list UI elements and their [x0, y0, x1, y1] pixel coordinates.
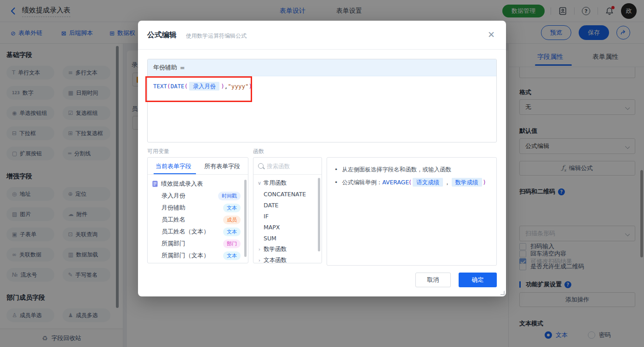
close-icon[interactable]: ✕ — [486, 29, 497, 40]
function-item[interactable]: SUM — [253, 233, 322, 244]
modal-subtitle: 使用数学运算符编辑公式 — [186, 32, 247, 40]
chevron-expanded-icon: ∨ — [256, 180, 263, 186]
tip-line-2: •公式编辑举例：AVERAGE(语文成绩，数学成绩) — [334, 178, 489, 187]
variables-scrollbar[interactable] — [244, 180, 247, 257]
active-tab-underline — [154, 173, 196, 174]
function-item[interactable]: MAPX — [253, 222, 322, 233]
formula-edit-modal: 公式编辑 使用数学运算符编辑公式 ✕ 年份辅助 = TEXT(DATE(录入月份… — [138, 21, 506, 296]
type-badge: 部门 — [223, 239, 241, 248]
string-literal: "yyyy" — [228, 83, 248, 90]
variables-label: 可用变量 — [147, 148, 169, 155]
modal-title: 公式编辑 — [147, 30, 177, 40]
function-item[interactable]: IF — [253, 210, 322, 222]
variables-tree: 绩效提成录入表 录入月份时间戳 月份辅助文本 员工姓名成员 员工姓名（文本）文本… — [148, 175, 248, 262]
document-icon — [152, 181, 158, 187]
fn-text: TEXT — [153, 83, 167, 90]
function-group-math[interactable]: ›数学函数 — [253, 244, 322, 255]
comma: ， — [444, 179, 450, 186]
search-icon — [258, 163, 264, 169]
variables-panel: 当前表单字段 所有表单字段 绩效提成录入表 录入月份时间戳 月份辅助文本 员工姓… — [147, 157, 248, 263]
tree-root-form[interactable]: 绩效提成录入表 — [148, 178, 248, 190]
field-chip[interactable]: 录入月份 — [189, 82, 219, 91]
type-badge: 文本 — [223, 251, 241, 260]
tip-line-1: •从左侧面板选择字段名和函数，或输入函数 — [334, 165, 489, 174]
confirm-button[interactable]: 确定 — [459, 273, 497, 287]
fn-date: DATE — [171, 83, 184, 90]
formula-editor[interactable]: 年份辅助 = TEXT(DATE(录入月份),"yyyy") — [147, 59, 497, 142]
paren: ( — [184, 83, 188, 90]
function-group-text[interactable]: ›文本函数 — [253, 255, 322, 263]
variable-row[interactable]: 所属部门部门 — [148, 238, 248, 250]
variable-row[interactable]: 员工姓名（文本）文本 — [148, 226, 248, 238]
formula-expression[interactable]: TEXT(DATE(录入月份),"yyyy") — [148, 76, 496, 97]
functions-scrollbar[interactable] — [318, 178, 320, 251]
variable-row[interactable]: 录入月份时间戳 — [148, 190, 248, 202]
tab-all-form-fields[interactable]: 所有表单字段 — [204, 162, 240, 171]
fn-average: AVERAGE — [382, 179, 409, 186]
cancel-button[interactable]: 取消 — [415, 273, 451, 287]
formula-target-bar: 年份辅助 = — [148, 59, 496, 76]
chevron-collapsed-icon: › — [256, 257, 263, 263]
function-list: ∨常用函数 CONCATENATE DATE IF MAPX SUM ›数学函数… — [253, 175, 322, 263]
function-search — [253, 158, 322, 175]
functions-panel: ∨常用函数 CONCATENATE DATE IF MAPX SUM ›数学函数… — [253, 157, 322, 263]
tips-panel: •从左侧面板选择字段名和函数，或输入函数 •公式编辑举例：AVERAGE(语文成… — [327, 157, 497, 266]
variables-tabs: 当前表单字段 所有表单字段 — [148, 158, 248, 175]
type-badge: 文本 — [223, 204, 241, 212]
variable-row[interactable]: 员工姓名成员 — [148, 214, 248, 226]
field-chip: 语文成绩 — [413, 178, 443, 187]
variable-row[interactable]: 所属部门（文本）文本 — [148, 250, 248, 262]
function-search-input[interactable] — [267, 163, 313, 170]
bullet-icon: • — [334, 165, 338, 174]
function-group-common[interactable]: ∨常用函数 — [253, 177, 322, 188]
paren: ) — [249, 83, 253, 90]
variable-row[interactable]: 月份辅助文本 — [148, 202, 248, 214]
chevron-collapsed-icon: › — [256, 246, 263, 252]
modal-header: 公式编辑 使用数学运算符编辑公式 ✕ — [138, 21, 506, 50]
field-chip: 数学成绩 — [452, 178, 482, 187]
type-badge: 时间戳 — [218, 192, 241, 200]
paren: ) — [483, 179, 486, 186]
paren: ) — [221, 83, 224, 90]
paren: ( — [167, 83, 171, 90]
app-root: 绩效提成录入表 表单设计 表单设置 数据管理 ? 政 ⊘表单外链 ⊠后端脚本 ⊞… — [0, 0, 644, 347]
function-item[interactable]: CONCATENATE — [253, 188, 322, 199]
bullet-icon: • — [334, 178, 338, 187]
target-field-name: 年份辅助 — [153, 63, 177, 72]
function-item[interactable]: DATE — [253, 199, 322, 210]
resize-handle-icon[interactable] — [500, 290, 505, 295]
type-badge: 成员 — [223, 216, 241, 224]
equals-sign: = — [180, 64, 185, 71]
functions-label: 函数 — [253, 148, 264, 155]
tab-current-form-fields[interactable]: 当前表单字段 — [155, 162, 191, 171]
type-badge: 文本 — [223, 228, 241, 236]
paren: ( — [409, 179, 411, 186]
